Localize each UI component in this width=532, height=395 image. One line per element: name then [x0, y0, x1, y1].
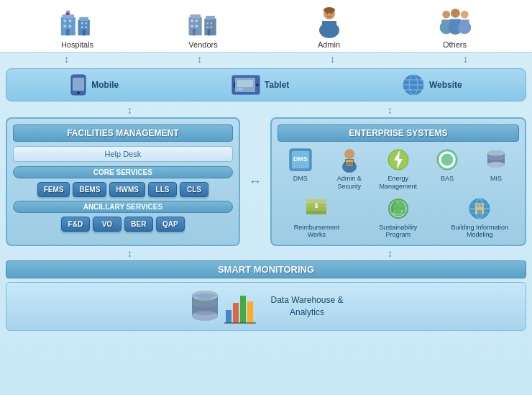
svg-rect-16	[82, 29, 85, 35]
sm-database-icon	[189, 289, 257, 324]
energy-label: EnergyManagement	[380, 175, 418, 191]
tablet-item: Tablet	[231, 74, 289, 96]
svg-point-76	[487, 162, 505, 168]
svg-rect-51	[234, 82, 235, 88]
helpdesk-button[interactable]: Help Desk	[13, 146, 233, 162]
mid-arrow-left: ↕	[6, 104, 254, 116]
svg-rect-26	[206, 22, 208, 24]
bot-arrow-right: ↕	[254, 248, 526, 259]
dms-icon: DMS	[287, 146, 314, 173]
ancillary-services-label: ANCILLARY SERVICES	[13, 201, 233, 213]
reimbursement-icon: $	[303, 195, 330, 222]
lls-button[interactable]: LLS	[148, 182, 177, 197]
bim-icon	[466, 195, 493, 222]
svg-rect-13	[85, 22, 87, 24]
svg-rect-47	[73, 78, 84, 91]
admin-person-icon	[311, 6, 347, 38]
vendor-icon	[185, 6, 221, 38]
svg-rect-27	[210, 22, 212, 24]
hwms-button[interactable]: HWMS	[109, 182, 145, 197]
ber-button[interactable]: BER	[124, 217, 153, 232]
bas-label: BAS	[441, 175, 454, 183]
mobile-item: Mobile	[70, 74, 119, 96]
energy-icon	[385, 146, 412, 173]
enterprise-row2: $ ReimbursementWorks	[278, 195, 519, 240]
enterprise-title: ENTERPRISE SYSTEMS	[278, 124, 519, 142]
svg-rect-25	[206, 15, 215, 19]
vo-button[interactable]: VO	[93, 217, 121, 232]
svg-rect-14	[81, 26, 83, 28]
svg-point-43	[460, 10, 468, 18]
svg-rect-18	[190, 14, 201, 18]
svg-rect-20	[195, 19, 198, 22]
svg-text:ADMIN: ADMIN	[344, 161, 356, 165]
stakeholder-admin: Admin	[311, 6, 347, 49]
svg-rect-22	[195, 24, 198, 27]
tablet-label: Tablet	[265, 80, 289, 90]
smart-monitoring-text: Data Warehouse &Analytics	[271, 294, 344, 319]
bot-arrow-left: ↕	[6, 248, 254, 259]
qap-button[interactable]: QAP	[156, 217, 185, 232]
svg-rect-94	[477, 204, 479, 206]
middle-arrow-row: ↕ ↕	[6, 104, 526, 116]
admin-label: Admin	[318, 40, 340, 49]
svg-point-36	[324, 7, 335, 13]
svg-rect-33	[322, 21, 336, 31]
svg-rect-9	[65, 13, 69, 14]
enterprise-bas: BAS	[424, 146, 470, 191]
svg-rect-11	[79, 17, 88, 20]
smart-monitoring-content: Data Warehouse &Analytics	[6, 282, 526, 331]
enterprise-dms: DMS DMS	[278, 146, 324, 191]
bems-button[interactable]: BEMS	[73, 182, 106, 197]
svg-rect-19	[191, 19, 193, 22]
arrow-1: ↕	[64, 53, 69, 65]
svg-rect-45	[459, 19, 469, 27]
mis-icon	[482, 146, 510, 173]
admin-security-icon: ADMIN	[336, 146, 363, 173]
enterprise-systems-box: ENTERPRISE SYSTEMS DMS DMS	[270, 117, 526, 246]
svg-rect-105	[240, 296, 246, 323]
svg-text:$: $	[315, 202, 318, 209]
stakeholders-row: Hospitals	[0, 0, 532, 53]
fnd-button[interactable]: F&D	[61, 217, 90, 232]
others-label: Others	[443, 40, 467, 49]
arrow-2: ↕	[197, 53, 202, 65]
svg-rect-96	[477, 210, 482, 214]
stakeholder-others: Others	[437, 6, 473, 49]
fems-button[interactable]: FEMS	[37, 182, 70, 197]
mid-arrow-right: ↕	[254, 104, 526, 116]
middle-section: FACILITIES MANAGEMENT Help Desk CORE SER…	[6, 117, 526, 246]
reimbursement-label: ReimbursementWorks	[294, 224, 340, 240]
svg-point-102	[192, 305, 218, 315]
svg-point-78	[487, 155, 505, 160]
svg-rect-29	[210, 26, 212, 28]
svg-rect-15	[85, 26, 87, 28]
smart-monitoring-section: SMART MONITORING	[6, 260, 526, 331]
others-person-icon	[437, 6, 473, 38]
stakeholder-vendors: Vendors	[185, 6, 221, 49]
sustainability-icon	[385, 195, 412, 222]
facilities-title: FACILITIES MANAGEMENT	[13, 124, 233, 142]
facilities-enterprise-arrow: ↔	[246, 117, 265, 246]
admin-security-label: Admin &Security	[337, 175, 362, 191]
svg-rect-103	[226, 310, 231, 323]
dms-label: DMS	[293, 175, 308, 183]
svg-rect-106	[247, 301, 253, 323]
svg-point-40	[451, 8, 460, 17]
svg-rect-4	[68, 19, 71, 22]
svg-point-48	[77, 91, 80, 94]
svg-point-37	[442, 10, 450, 18]
svg-rect-95	[480, 204, 482, 206]
svg-rect-7	[66, 29, 70, 35]
enterprise-sustainability: SustainabilityProgram	[359, 195, 437, 240]
smart-monitoring-title: SMART MONITORING	[6, 260, 526, 278]
svg-rect-6	[68, 24, 71, 27]
svg-rect-54	[237, 88, 243, 90]
arrow-4: ↕	[463, 53, 468, 65]
svg-text:DMS: DMS	[293, 155, 308, 163]
enterprise-reimbursement: $ ReimbursementWorks	[278, 195, 356, 240]
bim-label: Building InformationModeling	[451, 224, 509, 240]
hospital-icon	[60, 6, 96, 38]
cls-button[interactable]: CLS	[180, 182, 208, 197]
enterprise-bim: Building InformationModeling	[441, 195, 519, 240]
